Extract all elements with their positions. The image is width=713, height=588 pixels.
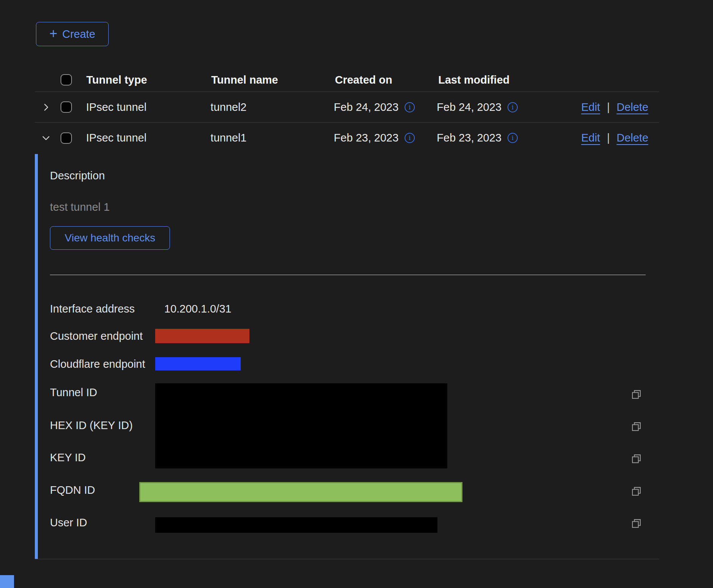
header-last-modified: Last modified bbox=[438, 74, 583, 86]
tunnel-type-cell: IPsec tunnel bbox=[86, 132, 211, 144]
row-checkbox[interactable] bbox=[61, 101, 72, 113]
cloudflare-endpoint-label: Cloudflare endpoint bbox=[50, 358, 145, 370]
interface-address-value: 10.200.1.0/31 bbox=[164, 303, 231, 315]
info-icon[interactable]: i bbox=[508, 102, 518, 112]
row-checkbox[interactable] bbox=[61, 132, 72, 144]
expanded-tunnel-panel: Description test tunnel 1 View health ch… bbox=[35, 154, 659, 559]
tunnel-name-cell: tunnel1 bbox=[210, 132, 334, 144]
table-row: IPsec tunnel tunnel1 Feb 23, 2023 i Feb … bbox=[35, 123, 659, 153]
create-button[interactable]: + Create bbox=[36, 22, 109, 46]
delete-link[interactable]: Delete bbox=[616, 132, 648, 144]
view-health-checks-label: View health checks bbox=[65, 232, 155, 244]
edit-link[interactable]: Edit bbox=[581, 101, 600, 114]
description-value: test tunnel 1 bbox=[50, 201, 110, 213]
header-tunnel-type: Tunnel type bbox=[86, 74, 211, 86]
tunnel-id-label: Tunnel ID bbox=[50, 386, 97, 399]
header-tunnel-name: Tunnel name bbox=[211, 74, 335, 86]
last-modified-cell: Feb 23, 2023 bbox=[437, 132, 501, 144]
bottom-left-accent bbox=[0, 575, 14, 588]
expanded-accent-bar bbox=[35, 154, 38, 559]
fqdn-id-redacted-value bbox=[139, 482, 462, 502]
delete-link[interactable]: Delete bbox=[616, 101, 648, 114]
info-icon[interactable]: i bbox=[508, 133, 518, 143]
interface-address-label: Interface address bbox=[50, 303, 135, 315]
cloudflare-endpoint-redacted-value bbox=[155, 357, 241, 370]
create-button-label: Create bbox=[62, 28, 95, 40]
edit-link[interactable]: Edit bbox=[581, 132, 600, 144]
actions-separator: | bbox=[607, 101, 610, 114]
tunnel-type-cell: IPsec tunnel bbox=[86, 101, 211, 114]
copy-icon[interactable] bbox=[631, 422, 641, 432]
customer-endpoint-redacted-value bbox=[155, 329, 249, 343]
copy-icon[interactable] bbox=[631, 486, 641, 496]
table-header-row: Tunnel type Tunnel name Created on Last … bbox=[35, 68, 659, 92]
customer-endpoint-label: Customer endpoint bbox=[50, 330, 143, 342]
tunnels-page: + Create Tunnel type Tunnel name Created… bbox=[0, 0, 713, 588]
last-modified-cell: Feb 24, 2023 bbox=[437, 101, 501, 114]
user-id-label: User ID bbox=[50, 516, 87, 529]
description-label: Description bbox=[50, 170, 105, 182]
tunnel-name-cell: tunnel2 bbox=[210, 101, 334, 114]
actions-separator: | bbox=[607, 132, 610, 144]
plus-icon: + bbox=[49, 27, 57, 40]
created-on-cell: Feb 23, 2023 bbox=[334, 132, 399, 144]
tunnels-table: Tunnel type Tunnel name Created on Last … bbox=[35, 68, 659, 153]
copy-icon[interactable] bbox=[631, 454, 641, 464]
chevron-right-icon[interactable] bbox=[41, 102, 51, 112]
panel-divider bbox=[50, 275, 646, 275]
tunnel-ids-redacted-value bbox=[155, 383, 447, 468]
copy-icon[interactable] bbox=[631, 518, 641, 529]
copy-icon[interactable] bbox=[631, 389, 641, 400]
fqdn-id-label: FQDN ID bbox=[50, 484, 95, 496]
header-created-on: Created on bbox=[335, 74, 438, 86]
chevron-down-icon[interactable] bbox=[41, 133, 51, 143]
info-icon[interactable]: i bbox=[405, 102, 415, 112]
hex-id-label: HEX ID (KEY ID) bbox=[50, 419, 133, 432]
table-row: IPsec tunnel tunnel2 Feb 24, 2023 i Feb … bbox=[35, 92, 659, 123]
created-on-cell: Feb 24, 2023 bbox=[334, 101, 399, 114]
info-icon[interactable]: i bbox=[405, 133, 415, 143]
select-all-checkbox[interactable] bbox=[61, 74, 72, 86]
view-health-checks-button[interactable]: View health checks bbox=[50, 226, 170, 250]
key-id-label: KEY ID bbox=[50, 451, 86, 464]
user-id-redacted-value bbox=[155, 517, 437, 533]
